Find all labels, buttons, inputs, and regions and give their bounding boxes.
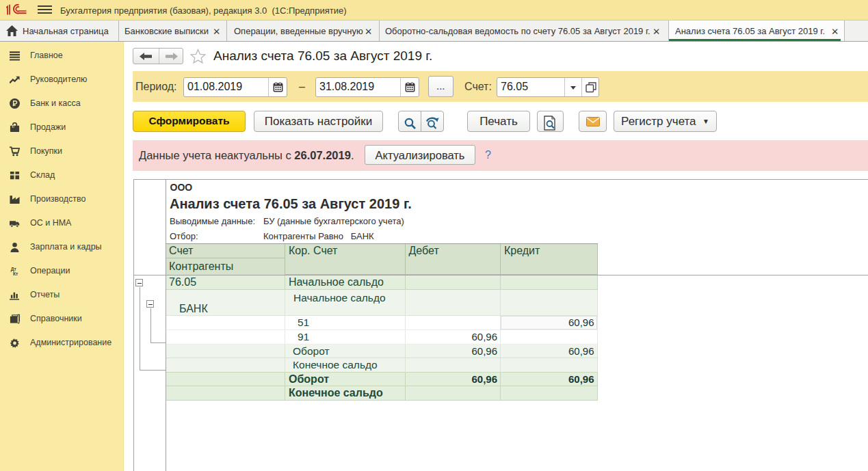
- svg-text:Кт: Кт: [13, 271, 18, 276]
